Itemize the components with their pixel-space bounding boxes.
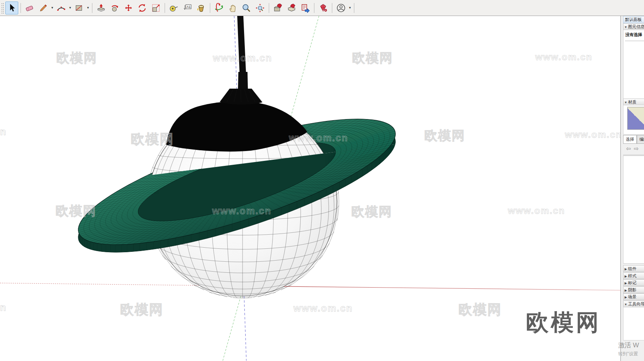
tool-share-model-button[interactable] <box>299 2 312 14</box>
rotate-icon <box>137 3 147 13</box>
entity-info-message: 没有选择 <box>623 30 644 38</box>
collapse-icon: ▼ <box>623 100 628 105</box>
svg-text:A1: A1 <box>187 5 191 9</box>
tool-select-button[interactable] <box>5 2 18 14</box>
windows-activation-subtext: 转到"设置 <box>618 351 638 357</box>
collapse-icon: ▼ <box>623 24 628 30</box>
section-header-2[interactable]: ▶样式 <box>623 272 644 279</box>
tray-title: 默认面板 <box>623 16 644 23</box>
tool-zoom-button[interactable] <box>240 2 253 14</box>
toolbar-separator <box>269 3 269 13</box>
arc-icon <box>56 3 66 13</box>
line-icon <box>38 3 48 13</box>
extension-warehouse-icon <box>318 3 328 13</box>
zoom-extents-icon <box>255 3 265 13</box>
materials-panel <box>623 105 644 135</box>
tape-measure-icon <box>169 3 179 13</box>
expand-icon: ▶ <box>623 288 628 293</box>
collapse-icon: ▼ <box>623 302 628 307</box>
instructor-panel <box>623 307 644 340</box>
toolbar-grip[interactable] <box>1 2 4 14</box>
section-header-5[interactable]: ▶场景 <box>623 293 644 300</box>
tool-follow-me-button[interactable] <box>108 2 121 14</box>
entity-info-header[interactable]: ▼图元信息 <box>623 23 644 30</box>
warehouse-get-icon <box>273 3 283 13</box>
back-arrow-icon[interactable]: ⇦ <box>626 145 631 152</box>
zoom-icon <box>241 3 251 13</box>
tool-push-pull-button[interactable] <box>95 2 108 14</box>
rectangle-icon <box>74 3 84 13</box>
tool-pan-button[interactable] <box>226 2 239 14</box>
orbit-icon <box>214 3 224 13</box>
materials-header[interactable]: ▼材质 <box>623 99 644 105</box>
toolbar-separator <box>165 3 165 13</box>
account-icon <box>336 3 346 13</box>
toolbar-separator <box>21 3 21 13</box>
tool-warehouse-get-button[interactable] <box>271 2 284 14</box>
entity-info-panel: 没有选择 <box>623 30 644 99</box>
tool-account-dropdown[interactable]: ▼ <box>348 2 352 14</box>
viewport-canvas[interactable] <box>0 16 620 361</box>
sketchup-window: { "toolbar": { "tools": [ {"id":"grip","… <box>0 0 644 361</box>
toolbar-separator <box>210 3 210 13</box>
toolbar-separator <box>92 3 92 13</box>
instructor-header[interactable]: ▼工具向导 <box>623 301 644 307</box>
materials-list <box>623 156 644 264</box>
eraser-icon <box>25 3 35 13</box>
expand-icon: ▶ <box>623 266 628 272</box>
tool-tape-measure-button[interactable] <box>167 2 180 14</box>
section-header-1[interactable]: ▶组件 <box>623 265 644 272</box>
tool-zoom-extents-button[interactable] <box>254 2 266 14</box>
tool-orbit-button[interactable] <box>213 2 225 14</box>
tool-line-dropdown[interactable]: ▼ <box>50 2 54 14</box>
lamp-cord <box>237 16 246 72</box>
material-preview[interactable] <box>627 107 644 130</box>
toolbar-separator <box>354 3 354 13</box>
select-icon <box>7 3 17 13</box>
pan-icon <box>228 3 238 13</box>
section-header-3[interactable]: ▶标记 <box>623 279 644 286</box>
materials-nav: ⇦ ⇨ <box>623 144 644 154</box>
default-tray: 默认面板 ▼图元信息 没有选择 ▼材质 选择 编辑 ⇦ ⇨ ▶组件▶样式▶标记▶… <box>621 16 644 361</box>
toolbar-separator <box>314 3 314 13</box>
cord-collar <box>238 72 248 89</box>
share-model-icon <box>300 3 310 13</box>
scale-icon <box>151 3 161 13</box>
expand-icon: ▶ <box>623 294 628 300</box>
paint-bucket-icon <box>196 3 206 13</box>
warehouse-up-icon <box>287 3 297 13</box>
tool-eraser-button[interactable] <box>23 2 36 14</box>
tool-line-button[interactable] <box>37 2 50 14</box>
follow-me-icon <box>110 3 120 13</box>
tool-rectangle-button[interactable] <box>73 2 86 14</box>
expand-icon: ▶ <box>623 274 628 279</box>
text-icon: A1 <box>182 3 192 13</box>
tool-move-button[interactable] <box>122 2 135 14</box>
tool-account-button[interactable] <box>335 2 347 14</box>
red-axis <box>236 286 620 291</box>
materials-tabs: 选择 编辑 <box>623 135 644 144</box>
tab-select[interactable]: 选择 <box>623 135 637 143</box>
tool-extension-warehouse-button[interactable] <box>317 2 330 14</box>
tool-rotate-button[interactable] <box>136 2 149 14</box>
tool-scale-button[interactable] <box>149 2 162 14</box>
tool-warehouse-up-button[interactable] <box>285 2 298 14</box>
tool-text-button[interactable]: A1 <box>181 2 194 14</box>
tab-edit[interactable]: 编辑 <box>637 135 644 143</box>
expand-icon: ▶ <box>623 280 628 286</box>
main-toolbar: ▼▼▼A1▼ <box>0 0 644 16</box>
viewport[interactable]: 欧模网www.om.cn欧模网www.om.cnom.cn欧模网www.om.c… <box>0 16 621 361</box>
tool-paint-bucket-button[interactable] <box>195 2 208 14</box>
toolbar-separator <box>332 3 332 13</box>
section-header-4[interactable]: ▶阴影 <box>623 286 644 293</box>
move-icon <box>124 3 133 13</box>
tool-arc-dropdown[interactable]: ▼ <box>68 2 72 14</box>
push-pull-icon <box>96 3 106 13</box>
forward-arrow-icon[interactable]: ⇨ <box>634 145 639 152</box>
tool-arc-button[interactable] <box>55 2 68 14</box>
tool-rectangle-dropdown[interactable]: ▼ <box>86 2 90 14</box>
windows-activation-text: 激活 W <box>618 341 639 350</box>
